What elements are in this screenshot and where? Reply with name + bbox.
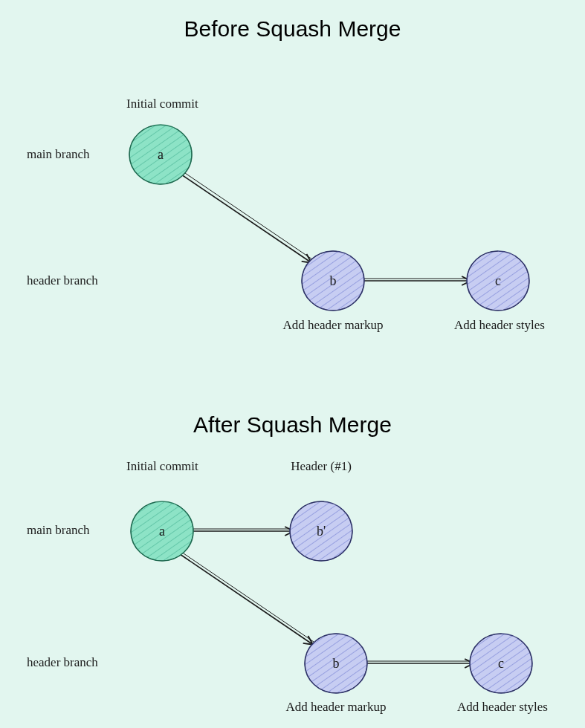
before-edge-a-to-b bbox=[181, 172, 312, 262]
before-commit-c: c bbox=[465, 249, 531, 313]
before-commit-b-id: b bbox=[330, 273, 337, 288]
before-main-branch-label: main branch bbox=[27, 147, 90, 162]
before-commit-b: b bbox=[300, 250, 366, 312]
after-diagram: a b' b c bbox=[0, 457, 585, 728]
after-main-branch-label: main branch bbox=[27, 523, 90, 538]
after-commit-b-label: Add header markup bbox=[285, 700, 386, 715]
after-commit-a-id: a bbox=[159, 524, 165, 539]
after-edge-a-to-b bbox=[180, 552, 314, 644]
after-commit-c-id: c bbox=[498, 656, 504, 671]
before-header-branch-label: header branch bbox=[27, 273, 98, 288]
after-commit-bprime-id: b' bbox=[317, 524, 326, 539]
before-commit-c-id: c bbox=[495, 273, 501, 288]
after-commit-c-label: Add header styles bbox=[457, 700, 548, 715]
before-commit-a-id: a bbox=[158, 147, 164, 162]
after-commit-b-id: b bbox=[333, 656, 340, 671]
before-commit-c-label: Add header styles bbox=[454, 318, 545, 333]
after-commit-a: a bbox=[130, 501, 195, 562]
after-commit-bprime-label: Header (#1) bbox=[291, 459, 352, 474]
after-commit-c: c bbox=[468, 631, 535, 695]
before-diagram: a b c bbox=[0, 67, 585, 334]
after-commit-a-label: Initial commit bbox=[126, 459, 198, 474]
after-header-branch-label: header branch bbox=[27, 655, 98, 670]
before-title: Before Squash Merge bbox=[0, 16, 585, 42]
before-commit-a-label: Initial commit bbox=[126, 97, 198, 111]
after-title: After Squash Merge bbox=[0, 412, 585, 438]
after-edge-b-to-c bbox=[364, 661, 473, 663]
before-commit-b-label: Add header markup bbox=[282, 318, 383, 333]
after-commit-bprime: b' bbox=[288, 500, 354, 562]
before-edge-b-to-c bbox=[361, 279, 470, 281]
after-edge-a-to-bprime bbox=[192, 529, 293, 531]
